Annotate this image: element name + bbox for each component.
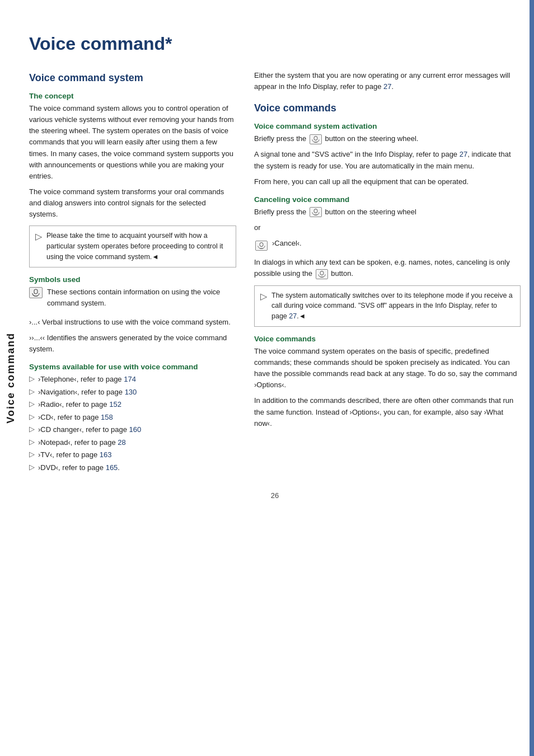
left-column: Voice command system The concept The voi… <box>29 70 236 475</box>
activation-para1: Briefly press the button on the steering… <box>254 133 521 144</box>
cancel-or: or <box>254 222 521 233</box>
right-col-intro: Either the system that you are now opera… <box>254 70 521 92</box>
svg-rect-9 <box>260 243 263 247</box>
svg-rect-0 <box>34 289 38 294</box>
concept-para2: The voice command system transforms your… <box>29 186 236 220</box>
symbol2-text: ›...‹ Verbal instructions to use with th… <box>29 317 236 328</box>
right-bar <box>530 0 534 756</box>
cancel-para1: Briefly press the button on the steering… <box>254 206 521 218</box>
concept-heading: The concept <box>29 92 236 100</box>
right-column: Either the system that you are now opera… <box>254 70 521 475</box>
concept-note-box: ▷ Please take the time to acquaint yours… <box>29 226 236 267</box>
activation-heading: Voice command system activation <box>254 122 521 130</box>
symbol1-text: These sections contain information on us… <box>47 287 236 309</box>
symbol3-text: ››...‹‹ Identifies the answers generated… <box>29 332 236 355</box>
main-content: Voice command* Voice command system The … <box>29 0 521 533</box>
voice-only-icon <box>316 269 328 279</box>
note-arrow-icon: ▷ <box>35 231 42 242</box>
cancel-command-row: ›Cancel‹. <box>254 238 521 253</box>
symbols-heading: Symbols used <box>29 275 236 284</box>
svg-rect-6 <box>314 209 317 213</box>
voice-button-icon <box>310 134 322 144</box>
cancel-note-text: The system automatically switches over t… <box>271 290 514 322</box>
page-number: 26 <box>29 491 521 500</box>
vc-para2: In addition to the commands described, t… <box>254 395 521 429</box>
cancel-heading: Canceling voice command <box>254 195 521 204</box>
section1-heading: Voice command system <box>29 72 236 84</box>
list-item: ▷ ›Telephone‹, refer to page 174 <box>29 374 236 385</box>
voice-cancel-button-icon <box>310 207 322 217</box>
list-arrow-icon: ▷ <box>29 387 35 396</box>
list-arrow-icon: ▷ <box>29 374 35 383</box>
list-item: ▷ ›Notepad‹, refer to page 28 <box>29 437 236 448</box>
list-item: ▷ ›Radio‹, refer to page 152 <box>29 399 236 410</box>
two-column-layout: Voice command system The concept The voi… <box>29 70 521 475</box>
side-label-text: Voice command <box>5 332 17 424</box>
svg-rect-12 <box>320 271 324 275</box>
list-item: ▷ ›DVD‹, refer to page 165. <box>29 462 236 473</box>
list-arrow-icon: ▷ <box>29 463 35 471</box>
section2-heading: Voice commands <box>254 102 521 114</box>
list-item: ▷ ›CD‹, refer to page 158 <box>29 412 236 423</box>
concept-para1: The voice command system allows you to c… <box>29 103 236 182</box>
vc-para1: The voice command system operates on the… <box>254 346 521 391</box>
list-arrow-icon: ▷ <box>29 450 35 458</box>
list-arrow-icon: ▷ <box>29 400 35 408</box>
side-label: Voice command <box>0 0 21 756</box>
activation-para3: From here, you can call up all the equip… <box>254 176 521 187</box>
list-item: ▷ ›TV‹, refer to page 163 <box>29 449 236 461</box>
cancel-para2: In dialogs in which any text can be spok… <box>254 257 521 279</box>
main-title: Voice command* <box>29 34 521 54</box>
list-arrow-icon: ▷ <box>29 438 35 446</box>
concept-note-text: Please take the time to acquaint yoursel… <box>46 231 230 262</box>
list-arrow-icon: ▷ <box>29 425 35 433</box>
list-arrow-icon: ▷ <box>29 412 35 421</box>
systems-list: ▷ ›Telephone‹, refer to page 174 ▷ ›Navi… <box>29 374 236 473</box>
voice-commands-heading: Voice commands <box>254 335 521 343</box>
cancel-note-box: ▷ The system automatically switches over… <box>254 285 521 327</box>
voice-icon-1 <box>29 287 43 298</box>
symbol1-row: These sections contain information on us… <box>29 287 236 313</box>
cancel-note-arrow-icon: ▷ <box>260 291 267 302</box>
activation-para2: A signal tone and "SVS active" in the In… <box>254 149 521 171</box>
systems-heading: Systems available for use with voice com… <box>29 363 236 371</box>
cancel-command-text: ›Cancel‹. <box>272 238 302 249</box>
list-item: ▷ ›Navigation‹, refer to page 130 <box>29 387 236 398</box>
svg-rect-3 <box>314 136 317 140</box>
cancel-command-icon <box>255 241 268 251</box>
list-item: ▷ ›CD changer‹, refer to page 160 <box>29 424 236 435</box>
